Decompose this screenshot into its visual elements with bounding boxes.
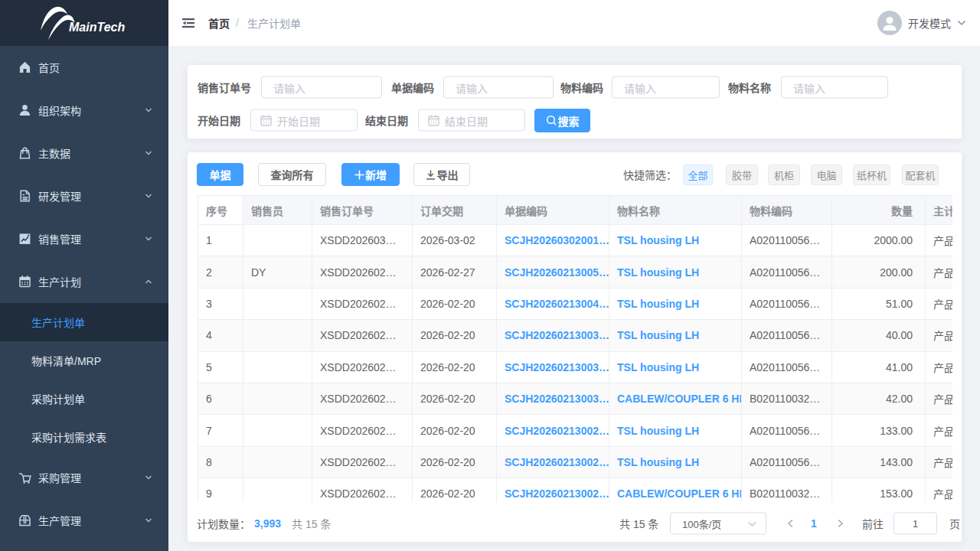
svg-text:MainTech: MainTech bbox=[69, 21, 125, 34]
